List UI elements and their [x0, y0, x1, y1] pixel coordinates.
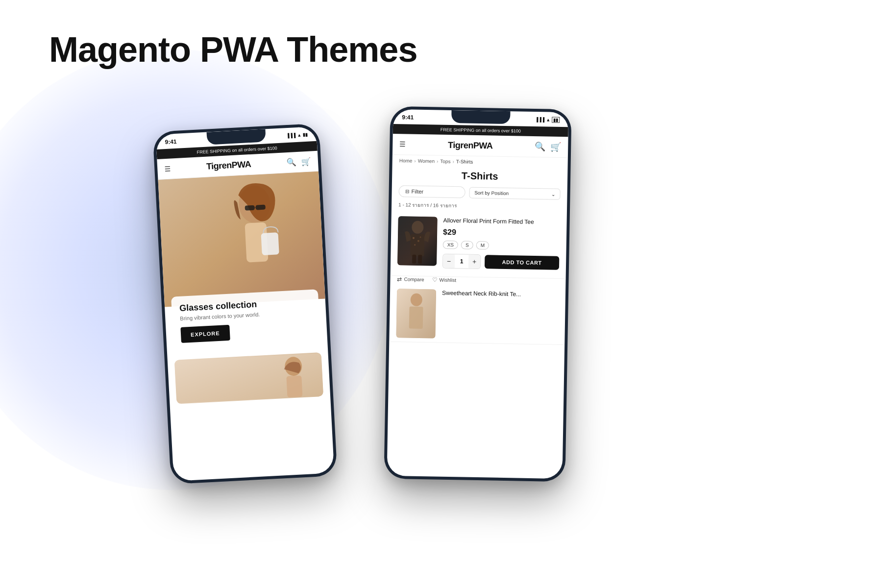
phone-2-nav: ☰ TigrenPWA 🔍 🛒 — [392, 134, 568, 158]
explore-button[interactable]: EXPLORE — [180, 325, 230, 343]
product-2-info: Sweetheart Neck Rib-knit Te... — [442, 289, 559, 302]
phone-2-notch — [451, 110, 510, 124]
quantity-value: 1 — [455, 254, 468, 268]
add-to-cart-row: − 1 + ADD TO CART — [442, 253, 559, 270]
sort-button[interactable]: Sort by Position ⌄ — [469, 187, 561, 199]
svg-rect-18 — [418, 255, 422, 264]
size-options: XS S M — [443, 240, 560, 250]
phone-1-screen: 9:41 ▐▐▐ ▲ ▮▮ FREE SHIPPING on all order… — [156, 126, 335, 481]
phone-2-hamburger-icon[interactable]: ☰ — [399, 140, 406, 148]
product-2-thumbnail — [396, 289, 436, 338]
teaser-svg — [174, 352, 323, 404]
phone-2-screen: 9:41 ▐▐▐ ▲ ▮▮ FREE SHIPPING on all order… — [387, 109, 569, 479]
size-m[interactable]: M — [476, 241, 490, 249]
product-1-price: $29 — [443, 227, 560, 238]
battery-icon-2: ▮▮ — [552, 117, 560, 123]
hamburger-icon[interactable]: ☰ — [164, 165, 171, 173]
size-s[interactable]: S — [461, 241, 473, 249]
phone-2-logo: TigrenPWA — [448, 140, 493, 151]
filter-icon: ⊟ — [405, 189, 409, 194]
heart-icon: ♡ — [432, 276, 438, 283]
breadcrumb-tops[interactable]: Tops — [440, 159, 450, 164]
phone-1-hero-image — [158, 172, 325, 307]
search-icon[interactable]: 🔍 — [287, 157, 297, 167]
phone-2-nav-icons: 🔍 🛒 — [535, 141, 561, 152]
product-1-image — [397, 216, 438, 266]
compare-action[interactable]: ⇄ Compare — [397, 276, 424, 283]
phone-1-time: 9:41 — [165, 138, 177, 146]
product-1-info: Allover Floral Print Form Fitted Tee $29… — [442, 217, 560, 274]
product-2-image — [396, 289, 436, 338]
hero-figure-svg — [158, 172, 325, 307]
phone-2-cart-icon[interactable]: 🛒 — [550, 142, 561, 152]
phone-1-hero-card: Glasses collection Bring vibrant colors … — [171, 289, 320, 350]
phone-2-search-icon[interactable]: 🔍 — [535, 141, 545, 152]
wifi-icon-2: ▲ — [546, 117, 550, 122]
phone-1-logo: TigrenPWA — [206, 159, 251, 172]
second-product-teaser — [174, 352, 323, 404]
product-row-2: Sweetheart Neck Rib-knit Te... — [389, 284, 565, 344]
add-to-cart-button[interactable]: ADD TO CART — [485, 255, 559, 270]
breadcrumb-tshirts: T-Shirts — [456, 159, 473, 165]
quantity-control: − 1 + — [442, 253, 481, 269]
product-2-name: Sweetheart Neck Rib-knit Te... — [442, 289, 559, 299]
product-1-name: Allover Floral Print Form Fitted Tee — [443, 217, 560, 227]
wifi-icon: ▲ — [297, 133, 301, 138]
signal-bars-icon: ▐▐▐ — [535, 117, 544, 122]
svg-rect-9 — [286, 375, 302, 397]
quantity-decrease-button[interactable]: − — [443, 254, 455, 268]
compare-icon: ⇄ — [397, 276, 402, 283]
svg-rect-3 — [245, 205, 255, 211]
svg-rect-12 — [410, 234, 424, 256]
phone-2: 9:41 ▐▐▐ ▲ ▮▮ FREE SHIPPING on all order… — [384, 106, 571, 482]
filter-button[interactable]: ⊟ Filter — [398, 185, 465, 198]
phones-area: 9:41 ▐▐▐ ▲ ▮▮ FREE SHIPPING on all order… — [29, 88, 853, 568]
page-title: Magento PWA Themes — [49, 29, 417, 70]
phone-2-status-icons: ▐▐▐ ▲ ▮▮ — [535, 117, 560, 123]
category-title: T-Shirts — [392, 166, 568, 188]
svg-rect-4 — [255, 205, 265, 210]
quantity-increase-button[interactable]: + — [468, 254, 480, 268]
chevron-down-icon: ⌄ — [551, 191, 555, 196]
size-xs[interactable]: XS — [443, 240, 459, 249]
phone-1: 9:41 ▐▐▐ ▲ ▮▮ FREE SHIPPING on all order… — [152, 123, 337, 485]
signal-icon: ▐▐▐ — [286, 133, 296, 138]
svg-rect-21 — [409, 306, 423, 328]
phone-1-nav-icons: 🔍 🛒 — [287, 157, 312, 168]
breadcrumb-women[interactable]: Women — [418, 158, 435, 164]
product-row-1: Allover Floral Print Form Fitted Tee $29… — [391, 212, 567, 279]
svg-rect-6 — [261, 232, 279, 255]
cart-icon[interactable]: 🛒 — [301, 157, 311, 167]
battery-icon: ▮▮ — [303, 132, 308, 138]
svg-rect-17 — [412, 255, 416, 264]
phone-1-status-icons: ▐▐▐ ▲ ▮▮ — [286, 132, 308, 138]
phone-2-time: 9:41 — [402, 114, 414, 121]
breadcrumb-home[interactable]: Home — [399, 158, 413, 163]
wishlist-action[interactable]: ♡ Wishlist — [432, 276, 457, 284]
product-1-thumbnail — [397, 216, 438, 266]
